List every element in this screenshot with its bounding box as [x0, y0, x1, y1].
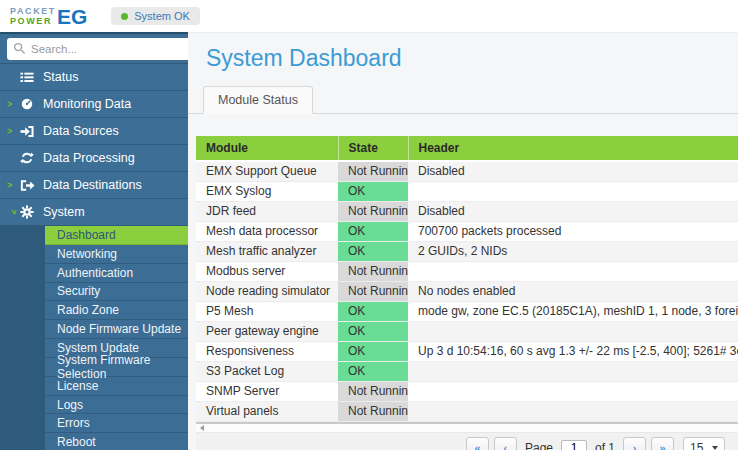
top-header-bar: PACKET POWER EG System OK — [0, 0, 738, 32]
module-table-body: EMX Support Queue Not Running Disabled E… — [196, 161, 738, 422]
system-submenu-item[interactable]: Radio Zone — [45, 301, 188, 320]
first-page-button[interactable]: « — [466, 437, 489, 450]
table-row: Node reading simulator Not Running No no… — [196, 282, 738, 302]
sidebar-item-label: Data Destinations — [43, 178, 142, 192]
page-title: System Dashboard — [206, 45, 738, 72]
next-page-button[interactable]: › — [623, 437, 646, 450]
search-input[interactable] — [31, 43, 185, 55]
sidebar-item-system[interactable]: > — [0, 199, 188, 226]
prev-page-button[interactable]: ‹ — [494, 437, 517, 450]
tab-bar: Module Status — [188, 86, 738, 114]
chevron-right-icon: > — [7, 180, 20, 190]
table-row: EMX Support Queue Not Running Disabled — [196, 161, 738, 182]
system-submenu-item[interactable]: System Firmware Selection — [45, 358, 188, 377]
header-cell: Disabled — [408, 161, 738, 182]
sidebar-item-data-destinations[interactable]: > Data Destinations — [0, 172, 188, 199]
system-submenu-item[interactable]: Security — [45, 283, 188, 302]
sidebar: × Status > — [0, 32, 188, 450]
horizontal-scrollbar[interactable] — [196, 424, 738, 433]
table-row: S3 Packet Log OK — [196, 362, 738, 382]
submenu-item-label: Logs — [57, 398, 83, 412]
sidebar-item-monitoring-data[interactable]: > Monitoring Data — [0, 91, 188, 118]
header-cell: 700700 packets processed — [408, 222, 738, 242]
pagination-bar: « ‹ Page of 1 › » 15 — [196, 433, 738, 450]
module-cell: Peer gateway engine — [196, 322, 338, 342]
module-cell: EMX Support Queue — [196, 161, 338, 182]
refresh-icon — [20, 151, 43, 165]
table-row: Modbus server Not Running — [196, 262, 738, 282]
search-box: × — [7, 38, 204, 60]
system-submenu-item[interactable]: Logs — [45, 396, 188, 415]
sign-in-icon — [20, 125, 43, 138]
module-cell: SNMP Server — [196, 382, 338, 402]
submenu-item-label: Radio Zone — [57, 303, 119, 317]
state-cell: Not Running — [338, 202, 408, 222]
packet-power-logo: PACKET POWER EG — [10, 6, 87, 27]
state-cell: OK — [338, 342, 408, 362]
sidebar-item-data-processing[interactable]: Data Processing — [0, 145, 188, 172]
tab-module-status[interactable]: Module Status — [203, 86, 313, 114]
table-row: JDR feed Not Running Disabled — [196, 202, 738, 222]
state-cell: Not Running — [338, 161, 408, 182]
submenu-item-label: Reboot — [57, 435, 96, 449]
scroll-left-arrow-icon[interactable] — [200, 425, 204, 431]
chevron-down-icon — [712, 446, 718, 450]
header-cell: mode gw, zone EC.5 (20185C1A), meshID 1,… — [408, 302, 738, 322]
module-cell: P5 Mesh — [196, 302, 338, 322]
header-cell — [408, 362, 738, 382]
module-cell: EMX Syslog — [196, 182, 338, 202]
header-cell — [408, 402, 738, 422]
column-header-state: State — [338, 136, 408, 161]
page-number-input[interactable] — [561, 440, 587, 450]
header-cell: 2 GUIDs, 2 NIDs — [408, 242, 738, 262]
logo-line-power: POWER — [10, 16, 56, 26]
table-row: Peer gateway engine OK — [196, 322, 738, 342]
state-cell: Not Running — [338, 382, 408, 402]
system-submenu-item[interactable]: Reboot — [45, 433, 188, 450]
system-submenu-item[interactable]: Node Firmware Update — [45, 320, 188, 339]
state-cell: OK — [338, 322, 408, 342]
sidebar-search-area: × — [0, 34, 188, 64]
list-icon — [20, 71, 43, 84]
state-cell: OK — [338, 222, 408, 242]
logo-line-packet: PACKET — [10, 6, 56, 16]
system-submenu-item[interactable]: Authentication — [45, 264, 188, 283]
submenu-item-label: License — [57, 379, 98, 393]
state-cell: Not Running — [338, 262, 408, 282]
sidebar-item-label: Data Processing — [43, 151, 135, 165]
sidebar-item-label: System — [43, 205, 85, 219]
submenu-item-label: System Firmware Selection — [57, 353, 188, 381]
page-size-select[interactable]: 15 — [683, 437, 725, 450]
logo-eg-text: EG — [57, 6, 87, 27]
system-submenu-item[interactable]: Networking — [45, 245, 188, 264]
submenu-item-label: Security — [57, 284, 100, 298]
last-page-button[interactable]: » — [651, 437, 674, 450]
sidebar-item-label: Status — [43, 70, 78, 84]
table-row: SNMP Server Not Running — [196, 382, 738, 402]
submenu-item-label: Networking — [57, 247, 117, 261]
state-cell: OK — [338, 302, 408, 322]
table-row: Mesh data processor OK 700700 packets pr… — [196, 222, 738, 242]
main-content: System Dashboard Module Status Module St… — [188, 32, 738, 450]
table-header-row: Module State Header — [196, 136, 738, 161]
sidebar-item-data-sources[interactable]: > Data Sources — [0, 118, 188, 145]
system-submenu-item[interactable]: Dashboard — [45, 226, 188, 245]
table-row: P5 Mesh OK mode gw, zone EC.5 (20185C1A)… — [196, 302, 738, 322]
search-icon — [13, 42, 26, 55]
submenu-item-label: Authentication — [57, 266, 133, 280]
chevron-right-icon: > — [7, 126, 20, 136]
state-cell: Not Running — [338, 282, 408, 302]
system-status-badge: System OK — [111, 7, 200, 25]
header-cell: Up 3 d 10:54:16, 60 s avg 1.3 +/- 22 ms … — [408, 342, 738, 362]
state-cell: OK — [338, 242, 408, 262]
module-status-table: Module State Header EMX Support Queue No… — [196, 136, 738, 424]
submenu-item-label: Dashboard — [57, 228, 116, 242]
header-cell — [408, 322, 738, 342]
status-ok-dot-icon — [121, 13, 128, 20]
sidebar-item-status[interactable]: Status — [0, 64, 188, 91]
header-cell — [408, 182, 738, 202]
app-window: PACKET POWER EG System OK × — [0, 0, 738, 450]
table-row: EMX Syslog OK — [196, 182, 738, 202]
system-submenu: Dashboard Networking Authentication Secu… — [0, 226, 188, 450]
system-submenu-item[interactable]: Errors — [45, 414, 188, 433]
